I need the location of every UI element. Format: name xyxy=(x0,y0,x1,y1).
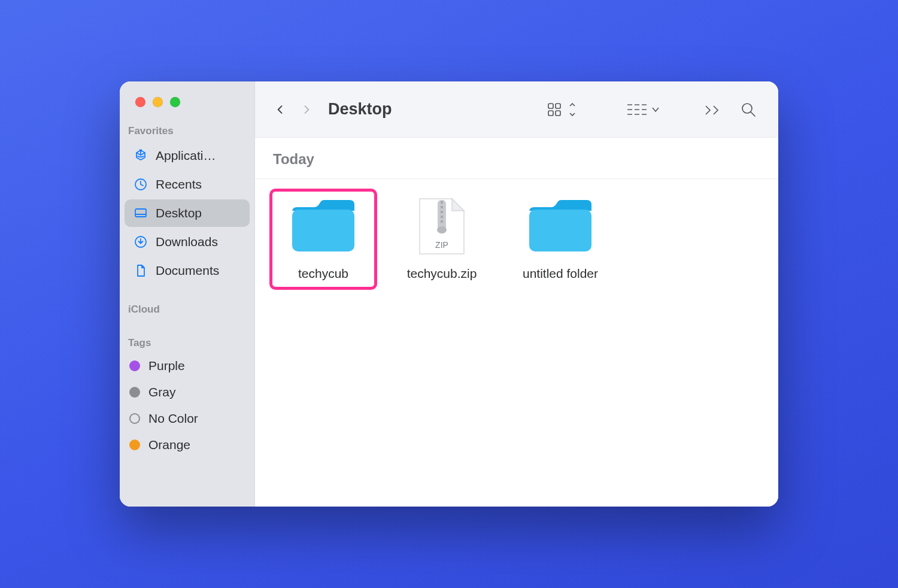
file-label: techycub.zip xyxy=(407,266,477,281)
toolbar-overflow-button[interactable] xyxy=(697,98,728,122)
sidebar-item-recents[interactable]: Recents xyxy=(125,171,250,198)
download-icon xyxy=(133,234,148,250)
tag-purple[interactable]: Purple xyxy=(120,353,254,379)
close-button[interactable] xyxy=(135,97,145,107)
svg-rect-18 xyxy=(292,210,354,251)
svg-rect-1 xyxy=(135,209,146,217)
sidebar-item-downloads[interactable]: Downloads xyxy=(125,228,250,256)
tag-label: Purple xyxy=(148,359,185,373)
tag-orange[interactable]: Orange xyxy=(120,432,254,458)
main-area: Desktop xyxy=(255,81,778,507)
sidebar-item-desktop[interactable]: Desktop xyxy=(125,199,250,227)
svg-rect-3 xyxy=(548,104,553,108)
back-button[interactable] xyxy=(269,99,291,120)
applications-icon xyxy=(133,148,148,163)
file-item[interactable]: ZIP techycub.zip xyxy=(388,189,496,290)
folder-icon xyxy=(287,196,359,256)
sidebar-item-label: Documents xyxy=(156,263,219,278)
group-by-button[interactable] xyxy=(619,98,668,122)
zip-icon: ZIP xyxy=(406,196,478,256)
file-label: untitled folder xyxy=(523,266,598,281)
svg-point-20 xyxy=(437,226,447,234)
svg-rect-4 xyxy=(556,104,560,108)
tag-dot-icon xyxy=(129,360,140,371)
document-icon xyxy=(133,263,148,278)
svg-rect-22 xyxy=(529,210,591,251)
tags-heading: Tags xyxy=(120,337,254,353)
svg-line-17 xyxy=(751,112,755,116)
toolbar: Desktop xyxy=(255,81,778,138)
tag-dot-icon xyxy=(129,413,140,424)
desktop-icon xyxy=(133,205,148,221)
finder-window: Favorites Applicati… Recents Desktop Dow… xyxy=(120,81,778,507)
sidebar: Favorites Applicati… Recents Desktop Dow… xyxy=(120,81,255,507)
group-header: Today xyxy=(255,138,778,179)
tag-dot-icon xyxy=(129,440,140,450)
icloud-heading: iCloud xyxy=(120,304,254,319)
svg-rect-6 xyxy=(556,111,560,116)
sidebar-item-applications[interactable]: Applicati… xyxy=(125,142,250,169)
clock-icon xyxy=(133,177,148,192)
tag-label: Gray xyxy=(148,385,176,399)
forward-button[interactable] xyxy=(296,99,317,120)
file-item[interactable]: untitled folder xyxy=(506,189,614,290)
folder-icon xyxy=(524,196,596,256)
sidebar-item-label: Downloads xyxy=(156,235,218,249)
sidebar-item-label: Recents xyxy=(156,177,202,192)
sidebar-item-label: Applicati… xyxy=(156,148,216,163)
minimize-button[interactable] xyxy=(153,97,163,107)
file-item[interactable]: techycub xyxy=(269,189,377,290)
svg-rect-5 xyxy=(548,111,553,116)
window-controls xyxy=(120,97,254,125)
file-grid: techycub ZIP techycub.zip xyxy=(255,179,778,507)
view-mode-button[interactable] xyxy=(540,98,584,122)
window-title: Desktop xyxy=(328,100,392,119)
sidebar-item-documents[interactable]: Documents xyxy=(125,257,250,284)
zoom-button[interactable] xyxy=(170,97,180,107)
tag-no-color[interactable]: No Color xyxy=(120,405,254,432)
tag-gray[interactable]: Gray xyxy=(120,379,254,405)
sidebar-item-label: Desktop xyxy=(156,206,202,220)
tag-label: No Color xyxy=(148,411,198,426)
tag-label: Orange xyxy=(148,438,190,452)
favorites-heading: Favorites xyxy=(120,125,254,141)
tag-dot-icon xyxy=(129,387,140,398)
file-label: techycub xyxy=(298,266,348,281)
svg-text:ZIP: ZIP xyxy=(435,240,448,250)
search-button[interactable] xyxy=(733,98,764,122)
